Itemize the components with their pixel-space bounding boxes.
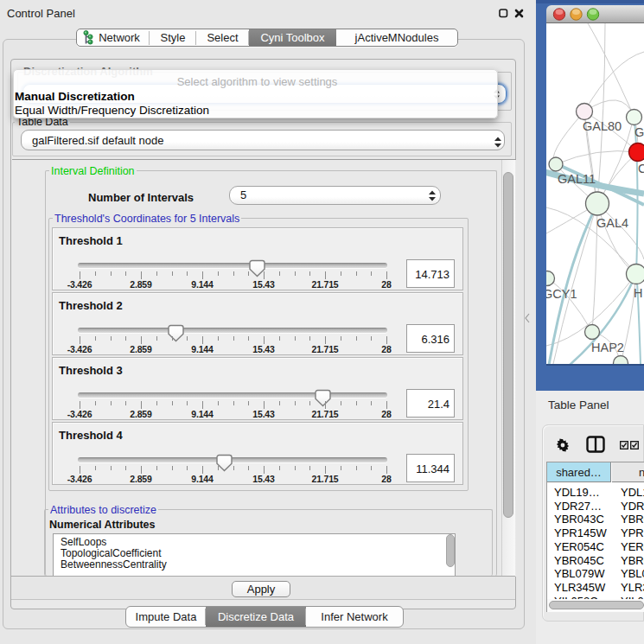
svg-text:HAP2: HAP2 bbox=[591, 341, 624, 354]
svg-text:H: H bbox=[634, 286, 642, 300]
svg-text:C: C bbox=[638, 162, 644, 175]
svg-text:GAL4: GAL4 bbox=[596, 216, 628, 230]
svg-text:G: G bbox=[634, 125, 644, 139]
svg-text:GAL80: GAL80 bbox=[583, 119, 622, 133]
svg-text:GAL11: GAL11 bbox=[558, 172, 596, 186]
svg-text:GCY1: GCY1 bbox=[543, 287, 577, 301]
